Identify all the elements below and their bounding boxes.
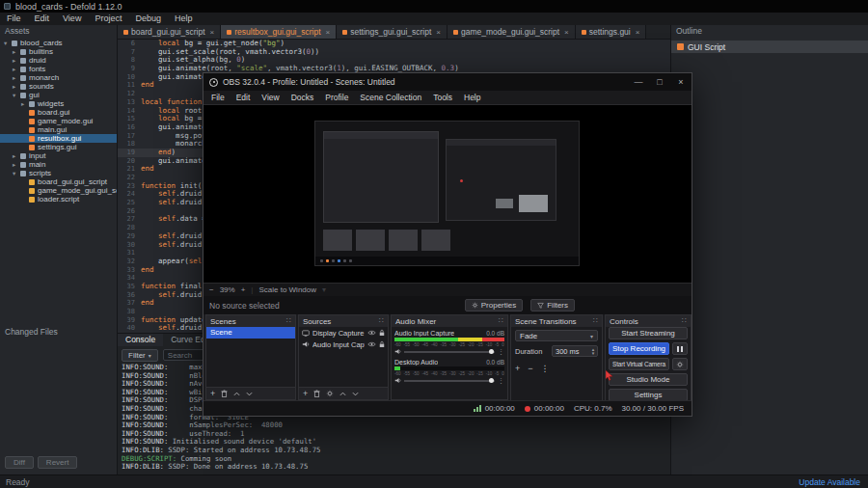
eye-icon[interactable] <box>367 341 376 347</box>
tree-item-game-mode-gui-gui-script[interactable]: game_mode_gui.gui_script <box>0 186 117 195</box>
channel-menu-icon[interactable]: ⋮ <box>498 348 504 356</box>
speaker-icon[interactable] <box>394 348 401 355</box>
transition-menu-icon[interactable]: ⋮ <box>541 363 550 375</box>
tab-board-gui-gui-script[interactable]: board_gui.gui_script× <box>118 25 221 39</box>
tree-item-druid[interactable]: ▸druid <box>0 56 117 65</box>
tree-item-main[interactable]: ▸main <box>0 160 117 169</box>
dock-grip-icon[interactable]: ∷ <box>499 315 503 327</box>
start-virtual-camera-button[interactable]: Start Virtual Camera <box>609 358 669 370</box>
preview-area[interactable] <box>203 105 692 283</box>
tree-item-gui[interactable]: ▾gui <box>0 91 117 99</box>
diff-button[interactable]: Diff <box>5 456 34 469</box>
dock-grip-icon[interactable]: ∷ <box>593 315 598 327</box>
obs-menu-edit[interactable]: Edit <box>231 91 257 104</box>
menu-project[interactable]: Project <box>88 13 128 25</box>
menu-view[interactable]: View <box>56 13 88 25</box>
zoom-in-icon[interactable]: + <box>241 285 246 294</box>
dock-grip-icon[interactable]: ∷ <box>379 315 384 327</box>
stop-recording-button[interactable]: Stop Recording <box>609 342 669 355</box>
start-streaming-button[interactable]: Start Streaming <box>609 327 688 339</box>
add-source-icon[interactable]: + <box>303 388 308 400</box>
spin-down-icon[interactable]: ▾ <box>592 351 595 355</box>
lock-icon[interactable] <box>379 340 385 348</box>
menu-help[interactable]: Help <box>168 13 200 25</box>
remove-source-icon[interactable] <box>313 390 320 397</box>
studio-mode-button[interactable]: Studio Mode <box>609 373 688 386</box>
filters-button[interactable]: Filters <box>530 299 575 312</box>
tab-close-icon[interactable]: × <box>210 28 215 37</box>
tab-close-icon[interactable]: × <box>436 28 441 37</box>
chevron-right-icon[interactable]: ▸ <box>13 65 20 73</box>
tab-close-icon[interactable]: × <box>636 28 640 37</box>
obs-menu-help[interactable]: Help <box>458 91 486 104</box>
scale-mode-select[interactable]: Scale to Window <box>258 285 316 294</box>
tree-item-sounds[interactable]: ▸sounds <box>0 82 117 91</box>
outline-item-gui-script[interactable]: GUI Script <box>671 41 868 53</box>
scene-up-icon[interactable] <box>233 392 240 396</box>
source-down-icon[interactable] <box>352 392 359 396</box>
volume-slider[interactable] <box>404 380 495 382</box>
duration-spinner[interactable]: 300 ms ▴ ▾ <box>552 345 598 357</box>
dock-grip-icon[interactable]: ∷ <box>682 315 687 327</box>
slider-handle[interactable] <box>489 378 494 383</box>
obs-menu-scene-collection[interactable]: Scene Collection <box>354 91 427 104</box>
zoom-out-icon[interactable]: − <box>209 285 214 294</box>
tab-settings-gui-gui-script[interactable]: settings_gui.gui_script× <box>337 25 448 39</box>
obs-menu-profile[interactable]: Profile <box>319 91 354 104</box>
chevron-right-icon[interactable]: ▸ <box>21 99 29 108</box>
source-up-icon[interactable] <box>339 392 346 396</box>
eye-icon[interactable] <box>367 330 376 336</box>
tree-item-blood-cards[interactable]: ▾blood_cards <box>0 39 117 47</box>
tab-close-icon[interactable]: × <box>326 28 331 37</box>
tree-item-main-gui[interactable]: main.gui <box>0 125 117 134</box>
scene-down-icon[interactable] <box>246 392 253 396</box>
source-properties-icon[interactable] <box>326 390 334 397</box>
tab-game-mode-gui-gui-script[interactable]: game_mode_gui.gui_script× <box>448 25 576 39</box>
tree-item-widgets[interactable]: ▸widgets <box>0 99 117 108</box>
close-icon[interactable]: × <box>670 73 692 91</box>
obs-menu-file[interactable]: File <box>205 91 231 104</box>
tree-item-resultbox-gui[interactable]: resultbox.gui <box>0 134 117 143</box>
menu-debug[interactable]: Debug <box>128 13 168 25</box>
tree-item-builtins[interactable]: ▸builtins <box>0 47 117 56</box>
tree-item-monarch[interactable]: ▸monarch <box>0 73 117 82</box>
chevron-down-icon[interactable]: ▾ <box>13 169 20 177</box>
tree-item-board-gui-gui-script[interactable]: board_gui.gui_script <box>0 177 117 186</box>
pause-recording-button[interactable] <box>672 342 688 355</box>
tree-item-settings-gui[interactable]: settings.gui <box>0 143 117 151</box>
chevron-right-icon[interactable]: ▸ <box>13 151 20 160</box>
obs-titlebar[interactable]: OBS 32.0.4 - Profile: Untitled - Scenes:… <box>203 73 692 91</box>
volume-slider[interactable] <box>404 351 495 353</box>
tab-settings-gui[interactable]: settings.gui× <box>576 25 647 39</box>
tree-item-input[interactable]: ▸input <box>0 151 117 160</box>
lock-icon[interactable] <box>379 329 385 337</box>
source-row-display-capture[interactable]: Display Capture <box>299 327 388 339</box>
menu-edit[interactable]: Edit <box>28 13 57 25</box>
menu-file[interactable]: File <box>0 13 28 25</box>
remove-transition-icon[interactable]: − <box>528 363 532 375</box>
transition-select[interactable]: Fade ▾ <box>515 330 598 341</box>
chevron-right-icon[interactable]: ▸ <box>13 73 20 82</box>
revert-button[interactable]: Revert <box>38 456 78 469</box>
minimize-icon[interactable]: — <box>628 73 649 91</box>
chevron-down-icon[interactable]: ▾ <box>4 39 12 47</box>
chevron-right-icon[interactable]: ▸ <box>13 82 20 91</box>
update-available-link[interactable]: Update Available <box>799 477 868 487</box>
tab-resultbox-gui-gui-script[interactable]: resultbox_gui.gui_script× <box>221 25 337 39</box>
remove-scene-icon[interactable] <box>221 390 228 397</box>
chevron-right-icon[interactable]: ▸ <box>13 47 20 56</box>
dock-grip-icon[interactable]: ∷ <box>286 315 291 327</box>
chevron-down-icon[interactable]: ▾ <box>13 91 20 99</box>
properties-button[interactable]: Properties <box>465 299 523 312</box>
chevron-right-icon[interactable]: ▸ <box>13 160 20 169</box>
maximize-icon[interactable]: □ <box>649 73 670 91</box>
tab-close-icon[interactable]: × <box>564 28 569 37</box>
tree-item-loader-script[interactable]: loader.script <box>0 195 117 203</box>
add-transition-icon[interactable]: + <box>515 363 520 375</box>
filter-button[interactable]: Filter ▾ <box>122 349 158 362</box>
tree-item-fonts[interactable]: ▸fonts <box>0 65 117 73</box>
obs-menu-docks[interactable]: Docks <box>285 91 320 104</box>
tab-console[interactable]: Console <box>118 334 163 346</box>
virtual-camera-config-button[interactable] <box>672 358 688 370</box>
source-row-audio-input[interactable]: Audio Input Capture <box>299 339 388 350</box>
